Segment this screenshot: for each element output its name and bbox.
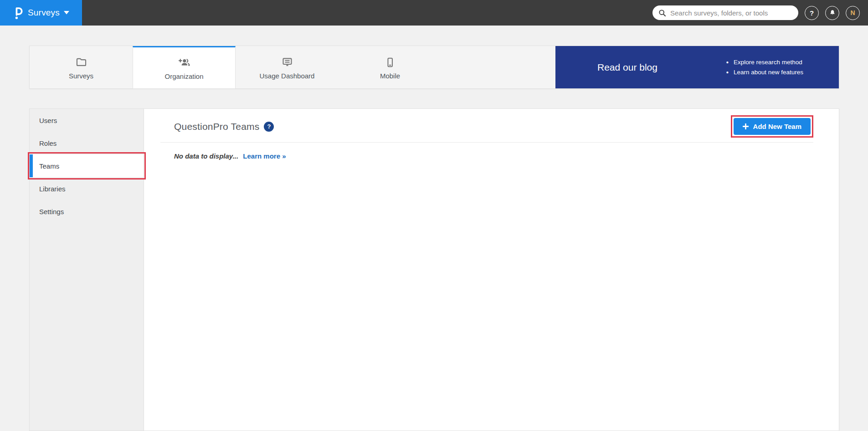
teams-content: QuestionPro Teams ? Add New Team [144,109,839,431]
questionpro-logo-icon [13,5,24,20]
tab-label: Usage Dashboard [260,72,315,80]
empty-state-text: No data to display... [174,152,238,160]
teams-header-row: QuestionPro Teams ? Add New Team [160,115,813,138]
topbar-actions: ? N [652,5,868,20]
blog-bullet: Learn about new features [726,68,803,76]
search-icon [658,9,667,17]
group-add-icon [178,56,190,69]
search-bar[interactable] [652,5,798,20]
tab-label: Organization [164,72,203,80]
page-title: QuestionPro Teams [174,121,259,132]
annotation-box-add-new-team: Add New Team [731,115,813,138]
mobile-icon [384,56,396,68]
plus-icon [743,123,749,129]
sidebar-item-roles[interactable]: Roles [30,132,144,154]
title-wrap: QuestionPro Teams ? [174,121,274,132]
tab-mobile[interactable]: Mobile [339,46,442,88]
notifications-button[interactable] [825,6,839,20]
blog-bullet-list: Explore research method Learn about new … [726,58,803,76]
organization-panel: Users Roles Teams Libraries Settings Que… [29,108,839,431]
sidebar-item-users[interactable]: Users [30,109,144,132]
tab-surveys[interactable]: Surveys [30,46,133,88]
avatar[interactable]: N [846,6,860,20]
title-divider [160,142,813,143]
sidebar-item-settings[interactable]: Settings [30,200,144,223]
blog-promo-panel[interactable]: Read our blog Explore research method Le… [555,46,839,88]
tab-label: Mobile [380,72,400,80]
topbar: Surveys ? [0,0,868,26]
tab-label: Surveys [69,72,93,80]
learn-more-link[interactable]: Learn more » [243,152,286,160]
tab-usage-dashboard[interactable]: Usage Dashboard [236,46,339,88]
folder-icon [75,56,87,68]
tab-organization[interactable]: Organization [133,46,236,88]
product-switcher[interactable]: Surveys [0,0,82,26]
help-button[interactable]: ? [805,6,819,20]
avatar-initial: N [850,9,855,16]
blog-bullet: Explore research method [726,58,803,66]
product-label: Surveys [28,8,60,18]
primary-tabbar: Surveys Organization [29,46,839,89]
chevron-down-icon [64,11,69,15]
add-new-team-button[interactable]: Add New Team [734,118,811,135]
sidebar-item-libraries[interactable]: Libraries [30,177,144,200]
add-new-team-label: Add New Team [753,123,801,130]
title-help-icon[interactable]: ? [264,122,274,132]
empty-state: No data to display... Learn more » [174,152,813,160]
sidebar-item-teams[interactable]: Teams [30,154,144,177]
search-input[interactable] [670,9,796,17]
question-mark-icon: ? [810,9,814,17]
blog-title: Read our blog [597,62,657,73]
dashboard-icon [281,56,293,68]
organization-sidebar: Users Roles Teams Libraries Settings [30,109,144,431]
bell-icon [829,9,836,17]
questionpro-app: Surveys ? [0,0,868,431]
